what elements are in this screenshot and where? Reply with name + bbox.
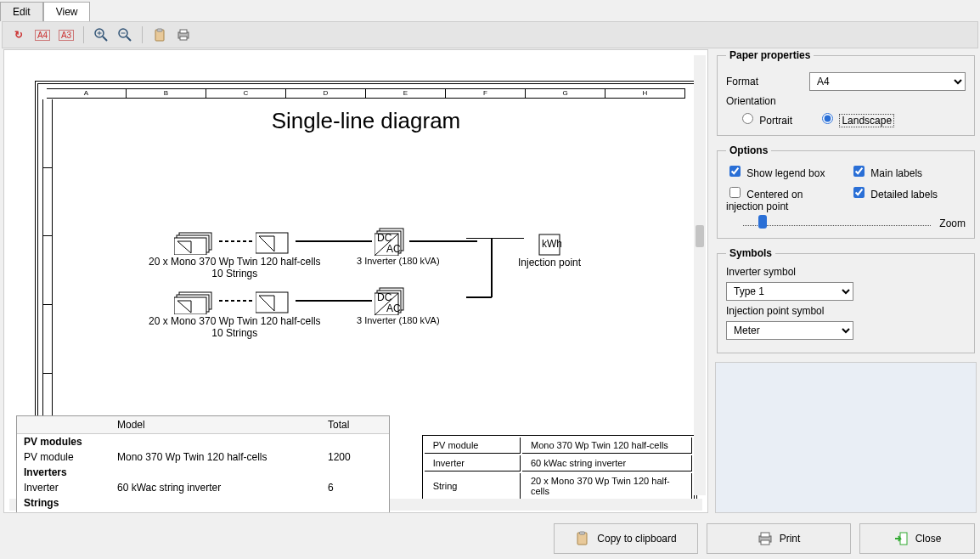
portrait-radio[interactable]: Portrait (738, 110, 792, 127)
toolbar-divider (83, 26, 84, 43)
dashed-line (219, 239, 253, 244)
zoom-out-icon[interactable] (115, 25, 134, 44)
tab-view[interactable]: View (43, 2, 91, 21)
inverter-label-2: 3 Inverter (180 kVA) (357, 315, 440, 325)
svg-rect-10 (180, 30, 187, 33)
clipboard-icon (575, 531, 590, 546)
canvas-area: ABCDEFGH Single-line diagram DCAC 20 x M… (3, 49, 708, 513)
injection-symbol-select[interactable]: Meter (726, 321, 853, 340)
format-label: Format (726, 76, 803, 88)
a4-button[interactable]: A4 (33, 25, 52, 44)
zoom-in-icon[interactable] (92, 25, 110, 44)
detailed-labels-checkbox[interactable]: Detailed labels (850, 184, 966, 212)
inverter-symbol-label: Inverter symbol (726, 266, 796, 278)
svg-rect-48 (580, 532, 585, 534)
toolbar: ↻ A4 A3 (2, 21, 978, 48)
module-label-1: 20 x Mono 370 Wp Twin 120 half-cells 10 … (149, 256, 321, 280)
show-legend-checkbox[interactable]: Show legend box (726, 163, 842, 179)
options-title: Options (726, 144, 771, 156)
module-icon (256, 228, 293, 255)
svg-text:AC: AC (386, 243, 401, 255)
ruler-top: ABCDEFGH (47, 88, 685, 99)
inverter-icon: DCAC (375, 227, 407, 256)
diagram-row-2: DCAC (174, 286, 407, 315)
a3-button[interactable]: A3 (57, 25, 76, 44)
svg-line-5 (127, 37, 131, 41)
solid-line (296, 239, 372, 244)
symbols-title: Symbols (726, 247, 775, 259)
module-icon (174, 287, 217, 314)
close-button[interactable]: Close (859, 523, 975, 554)
svg-text:kWh: kWh (542, 238, 561, 250)
svg-line-1 (103, 37, 107, 41)
diagram-row-1: DCAC (174, 227, 477, 256)
meter-icon: kWh (538, 233, 561, 257)
module-icon (174, 228, 217, 255)
zoom-label: Zoom (939, 217, 966, 229)
svg-rect-8 (157, 29, 162, 31)
module-icon (256, 287, 293, 314)
format-select[interactable]: A4 (809, 72, 966, 91)
svg-rect-50 (761, 533, 769, 537)
options-group: Options Show legend box Main labels Cent… (717, 144, 975, 239)
solid-line (296, 298, 372, 303)
main-labels-checkbox[interactable]: Main labels (850, 163, 966, 179)
inverter-symbol-select[interactable]: Type 1 (726, 282, 853, 301)
tab-edit[interactable]: Edit (0, 2, 43, 21)
svg-rect-11 (180, 37, 187, 40)
injection-symbol-label: Injection point symbol (726, 305, 824, 317)
footer-table: PV moduleMono 370 Wp Twin 120 half-cells… (422, 435, 694, 507)
symbols-group: Symbols Inverter symbol Type 1 Injection… (717, 247, 975, 353)
printer-icon (758, 531, 773, 546)
injection-point: kWh Injection point (518, 233, 581, 268)
vertical-scrollbar[interactable] (694, 55, 706, 495)
svg-text:AC: AC (386, 302, 401, 314)
svg-text:DC: DC (377, 232, 392, 244)
legend-header: ModelTotal (17, 416, 389, 434)
inverter-icon: DCAC (375, 286, 407, 315)
page-title: Single-line diagram (38, 108, 694, 134)
paper-properties-title: Paper properties (726, 49, 814, 61)
clipboard-icon[interactable] (150, 25, 169, 44)
module-label-2: 20 x Mono 370 Wp Twin 120 half-cells 10 … (149, 315, 321, 339)
orientation-label: Orientation (726, 95, 776, 107)
reload-icon[interactable]: ↻ (9, 25, 28, 44)
tab-bar: Edit View (0, 0, 980, 21)
copy-to-clipboard-button[interactable]: Copy to clipboard (554, 523, 698, 554)
toolbar-divider (142, 26, 143, 43)
dashed-line (219, 298, 253, 303)
close-icon (893, 531, 909, 546)
svg-rect-51 (761, 540, 769, 545)
print-icon[interactable] (174, 25, 193, 44)
preview-area (715, 362, 977, 513)
print-button[interactable]: Print (707, 523, 851, 554)
paper-properties-group: Paper properties Format A4 Orientation P… (717, 49, 975, 136)
bottom-buttons: Copy to clipboard Print Close (554, 523, 975, 554)
legend-box[interactable]: ModelTotal PV modulesPV moduleMono 370 W… (16, 415, 390, 513)
side-panel: Paper properties Format A4 Orientation P… (715, 49, 977, 513)
landscape-radio[interactable]: Landscape (818, 110, 894, 127)
inverter-label-1: 3 Inverter (180 kVA) (357, 256, 440, 266)
zoom-slider[interactable] (743, 221, 931, 226)
centered-checkbox[interactable]: Centered on injection point (726, 184, 842, 212)
svg-text:DC: DC (377, 291, 392, 303)
